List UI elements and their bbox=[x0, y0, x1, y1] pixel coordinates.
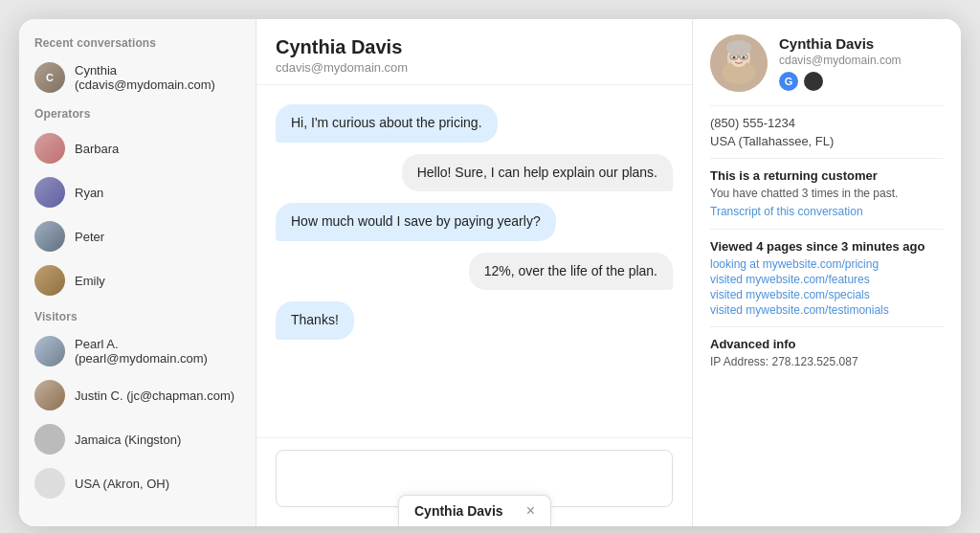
sidebar-item-ryan-label: Ryan bbox=[75, 186, 103, 200]
sidebar-item-pearl-label: Pearl A. (pearl@mydomain.com) bbox=[75, 337, 240, 366]
sidebar-item-ryan[interactable]: Ryan bbox=[19, 170, 256, 214]
recent-conversations-title: Recent conversations bbox=[19, 36, 256, 56]
visitors-title: Visitors bbox=[19, 310, 256, 329]
page-url-3[interactable]: mywebsite.com/testimonials bbox=[746, 303, 888, 317]
contact-location: USA (Tallahassee, FL) bbox=[710, 134, 944, 148]
svg-point-4 bbox=[733, 56, 736, 59]
sidebar-item-usa-label: USA (Akron, OH) bbox=[75, 477, 169, 491]
sidebar-item-peter[interactable]: Peter bbox=[19, 214, 256, 258]
avatar-emily bbox=[34, 265, 65, 296]
chat-header-email: cdavis@mydomain.com bbox=[276, 60, 673, 75]
message-2: Hello! Sure, I can help explain our plan… bbox=[402, 154, 673, 192]
avatar-ryan bbox=[34, 177, 65, 208]
page-visit-0: looking at mywebsite.com/pricing bbox=[710, 257, 944, 271]
chat-header: Cynthia Davis cdavis@mydomain.com bbox=[256, 19, 692, 85]
contact-info: Cynthia Davis cdavis@mydomain.com G bbox=[779, 35, 902, 91]
sidebar-item-jamaica-label: Jamaica (Kingston) bbox=[75, 433, 181, 447]
chat-tab-close-button[interactable]: × bbox=[526, 503, 535, 519]
page-url-2[interactable]: mywebsite.com/specials bbox=[746, 288, 869, 301]
sidebar-item-emily-label: Emily bbox=[75, 274, 105, 288]
chat-main: Cynthia Davis cdavis@mydomain.com Hi, I'… bbox=[256, 19, 693, 526]
operators-title: Operators bbox=[19, 107, 256, 126]
page-visit-1: visited mywebsite.com/features bbox=[710, 273, 944, 286]
apple-icon bbox=[804, 72, 823, 91]
avatar-usa bbox=[34, 468, 65, 499]
divider-3 bbox=[710, 229, 944, 230]
contact-browser-icons: G bbox=[779, 72, 902, 91]
page-visit-2: visited mywebsite.com/specials bbox=[710, 288, 944, 301]
chrome-icon: G bbox=[779, 72, 798, 91]
chat-tab-name: Cynthia Davis bbox=[414, 503, 503, 519]
page-url-0[interactable]: mywebsite.com/pricing bbox=[763, 257, 879, 271]
divider-2 bbox=[710, 158, 944, 159]
contact-avatar bbox=[710, 34, 768, 92]
contact-header: Cynthia Davis cdavis@mydomain.com G bbox=[710, 34, 944, 92]
sidebar-item-justin[interactable]: Justin C. (jc@chapman.com) bbox=[19, 373, 256, 417]
page-url-1[interactable]: mywebsite.com/features bbox=[746, 273, 869, 286]
message-1: Hi, I'm curious about the pricing. bbox=[276, 104, 498, 143]
sidebar-item-usa[interactable]: USA (Akron, OH) bbox=[19, 461, 256, 505]
avatar-jamaica bbox=[34, 424, 65, 455]
avatar-justin bbox=[34, 380, 65, 411]
contact-email: cdavis@mydomain.com bbox=[779, 54, 902, 67]
sidebar: Recent conversations C Cynthia (cdavis@m… bbox=[19, 19, 256, 526]
contact-phone: (850) 555-1234 bbox=[710, 116, 944, 130]
advanced-title: Advanced info bbox=[710, 337, 944, 351]
message-5: Thanks! bbox=[276, 301, 354, 340]
sidebar-item-pearl[interactable]: Pearl A. (pearl@mydomain.com) bbox=[19, 329, 256, 373]
returning-title: This is a returning customer bbox=[710, 168, 944, 183]
svg-point-5 bbox=[743, 56, 746, 59]
returning-desc: You have chatted 3 times in the past. bbox=[710, 187, 944, 200]
chat-messages: Hi, I'm curious about the pricing. Hello… bbox=[256, 85, 692, 437]
message-4: 12%, over the life of the plan. bbox=[469, 253, 673, 291]
divider-1 bbox=[710, 105, 944, 106]
sidebar-item-jamaica[interactable]: Jamaica (Kingston) bbox=[19, 417, 256, 461]
message-3: How much would I save by paying yearly? bbox=[276, 203, 556, 241]
avatar-cynthia-sidebar: C bbox=[34, 62, 65, 93]
app-container: Recent conversations C Cynthia (cdavis@m… bbox=[19, 19, 961, 526]
sidebar-item-peter-label: Peter bbox=[75, 230, 104, 244]
sidebar-item-justin-label: Justin C. (jc@chapman.com) bbox=[75, 389, 234, 403]
sidebar-item-barbara[interactable]: Barbara bbox=[19, 126, 256, 170]
transcript-link[interactable]: Transcript of this conversation bbox=[710, 205, 863, 218]
sidebar-item-barbara-label: Barbara bbox=[75, 142, 119, 156]
contact-name: Cynthia Davis bbox=[779, 35, 902, 52]
sidebar-item-cynthia-label: Cynthia (cdavis@mydomain.com) bbox=[75, 63, 240, 92]
sidebar-item-emily[interactable]: Emily bbox=[19, 258, 256, 302]
right-panel: Cynthia Davis cdavis@mydomain.com G (850… bbox=[693, 19, 961, 526]
divider-4 bbox=[710, 326, 944, 327]
avatar-barbara bbox=[34, 133, 65, 164]
chat-header-name: Cynthia Davis bbox=[276, 36, 673, 58]
ip-address: IP Address: 278.123.525.087 bbox=[710, 355, 944, 368]
chat-tab[interactable]: Cynthia Davis × bbox=[398, 495, 551, 526]
page-visit-3: visited mywebsite.com/testimonials bbox=[710, 303, 944, 317]
viewed-title: Viewed 4 pages since 3 minutes ago bbox=[710, 239, 944, 254]
sidebar-item-cynthia[interactable]: C Cynthia (cdavis@mydomain.com) bbox=[19, 56, 256, 100]
avatar-peter bbox=[34, 221, 65, 252]
avatar-pearl bbox=[34, 336, 65, 366]
